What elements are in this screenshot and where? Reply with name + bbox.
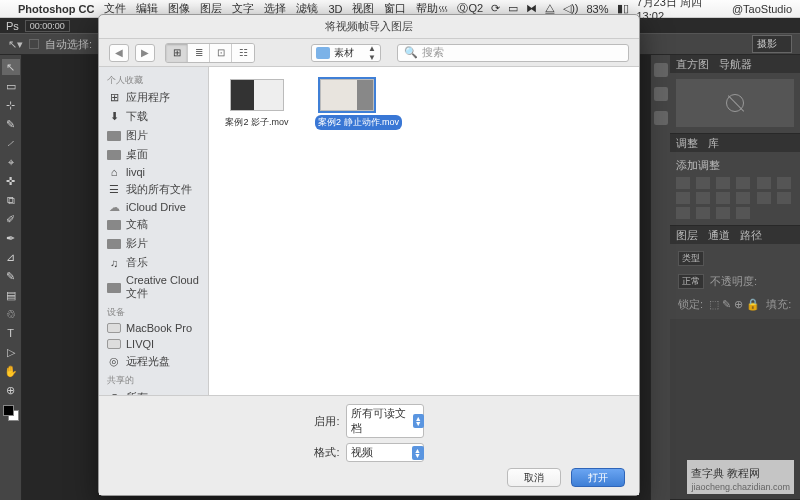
adj-icon[interactable] <box>696 207 710 219</box>
search-input[interactable]: 🔍搜索 <box>397 44 629 62</box>
opacity-label: 不透明度: <box>710 274 757 289</box>
dialog-toolbar: ◀ ▶ ⊞ ≣ ⊡ ☷ 素材 ▲▼ 🔍搜索 <box>99 39 639 67</box>
tab-channels[interactable]: 通道 <box>708 228 730 243</box>
auto-select-check[interactable] <box>29 39 39 49</box>
adj-icon[interactable] <box>777 192 791 204</box>
path-tool[interactable]: ▷ <box>2 344 20 360</box>
file-thumbnail <box>320 79 374 111</box>
sidebar-item[interactable]: ⊞应用程序 <box>99 88 208 107</box>
adj-icon[interactable] <box>777 177 791 189</box>
adj-icon[interactable] <box>716 207 730 219</box>
back-button[interactable]: ◀ <box>109 44 129 62</box>
sidebar-item[interactable]: 桌面 <box>99 145 208 164</box>
app-name[interactable]: Photoshop CC <box>18 3 94 15</box>
search-icon: 🔍 <box>404 46 418 59</box>
adj-icon[interactable] <box>736 207 750 219</box>
eyedrop-tool[interactable]: ⌖ <box>2 154 20 170</box>
adj-icon[interactable] <box>716 177 730 189</box>
timer: 00:00:00 <box>25 20 70 32</box>
panel-strip-icon[interactable] <box>654 87 668 101</box>
zoom-tool[interactable]: ⊕ <box>2 382 20 398</box>
gradient-tool[interactable]: ✎ <box>2 268 20 284</box>
panel-strip-icon[interactable] <box>654 111 668 125</box>
folder-icon <box>107 283 121 293</box>
workspace-dropdown[interactable]: 摄影 <box>752 35 792 53</box>
clock[interactable]: 7月23日 周四 13:02 <box>637 0 724 22</box>
adj-icon[interactable] <box>757 192 771 204</box>
format-dropdown[interactable]: 视频▲▼ <box>346 443 424 462</box>
adj-icon[interactable] <box>736 192 750 204</box>
sidebar-item[interactable]: ◎远程光盘 <box>99 352 208 371</box>
navigator-panel: 直方图导航器 <box>670 55 800 134</box>
menu-3d[interactable]: 3D <box>328 3 342 15</box>
marquee-tool[interactable]: ▭ <box>2 78 20 94</box>
location-dropdown[interactable]: 素材 ▲▼ <box>311 44 381 62</box>
watermark: 查字典 教程网 jiaocheng.chazidian.com <box>687 460 794 494</box>
adj-icon[interactable] <box>696 177 710 189</box>
chevron-updown-icon: ▲▼ <box>412 446 424 460</box>
tab-navigator[interactable]: 导航器 <box>719 57 752 72</box>
file-item-selected[interactable]: 案例2 静止动作.mov <box>315 79 379 130</box>
dodge-tool[interactable]: ♲ <box>2 306 20 322</box>
ps-logo-icon: Ps <box>6 20 19 32</box>
brush-tool[interactable]: ⧉ <box>2 192 20 208</box>
input-icon[interactable]: ᯾ <box>438 3 449 15</box>
layer-kind-dropdown[interactable]: 类型 <box>678 251 704 266</box>
adj-icon[interactable] <box>716 192 730 204</box>
heal-tool[interactable]: ✜ <box>2 173 20 189</box>
adj-icon[interactable] <box>676 207 690 219</box>
file-grid[interactable]: 案例2 影子.mov 案例2 静止动作.mov <box>209 67 639 395</box>
layers-panel: 图层通道路径 类型 正常不透明度: 锁定:⬚ ✎ ⊕ 🔒填充: <box>670 226 800 500</box>
blur-tool[interactable]: ▤ <box>2 287 20 303</box>
sidebar-item[interactable]: Creative Cloud 文件 <box>99 272 208 303</box>
file-thumbnail <box>230 79 284 111</box>
layer-blend-dropdown[interactable]: 正常 <box>678 274 704 289</box>
dialog-footer: 启用: 所有可读文档▲▼ 格式: 视频▲▼ 取消 打开 <box>99 395 639 495</box>
adj-icon[interactable] <box>676 177 690 189</box>
stamp-tool[interactable]: ✐ <box>2 211 20 227</box>
file-item[interactable]: 案例2 影子.mov <box>225 79 289 130</box>
forward-button[interactable]: ▶ <box>135 44 155 62</box>
sidebar-item[interactable]: 图片 <box>99 126 208 145</box>
sidebar-item[interactable]: 文稿 <box>99 215 208 234</box>
sidebar-item[interactable]: LIVQI <box>99 336 208 352</box>
sidebar-item[interactable]: MacBook Pro <box>99 320 208 336</box>
adj-icon[interactable] <box>676 192 690 204</box>
tab-paths[interactable]: 路径 <box>740 228 762 243</box>
wand-tool[interactable]: ✎ <box>2 116 20 132</box>
sidebar-item[interactable]: ☰我的所有文件 <box>99 180 208 199</box>
view-list-button[interactable]: ≣ <box>188 44 210 62</box>
move-tool[interactable]: ↖ <box>2 59 20 75</box>
batt-pct[interactable]: 83% <box>586 3 608 15</box>
view-icon-button[interactable]: ⊞ <box>166 44 188 62</box>
sidebar-item[interactable]: ⊕所有… <box>99 388 208 395</box>
history-tool[interactable]: ✒ <box>2 230 20 246</box>
hand-tool[interactable]: ✋ <box>2 363 20 379</box>
tab-layers[interactable]: 图层 <box>676 228 698 243</box>
sidebar-item[interactable]: ☁iCloud Drive <box>99 199 208 215</box>
open-button[interactable]: 打开 <box>571 468 625 487</box>
enable-dropdown[interactable]: 所有可读文档▲▼ <box>346 404 424 438</box>
adj-icon[interactable] <box>757 177 771 189</box>
eraser-tool[interactable]: ⊿ <box>2 249 20 265</box>
sidebar-item[interactable]: ⌂livqi <box>99 164 208 180</box>
crop-tool[interactable]: ⟋ <box>2 135 20 151</box>
file-name: 案例2 静止动作.mov <box>315 115 402 130</box>
adj-icon[interactable] <box>696 192 710 204</box>
panel-strip <box>650 55 670 500</box>
cancel-button[interactable]: 取消 <box>507 468 561 487</box>
tab-histogram[interactable]: 直方图 <box>676 57 709 72</box>
view-column-button[interactable]: ⊡ <box>210 44 232 62</box>
lasso-tool[interactable]: ⊹ <box>2 97 20 113</box>
color-swatch[interactable] <box>3 405 19 421</box>
tab-library[interactable]: 库 <box>708 136 719 151</box>
panel-strip-icon[interactable] <box>654 63 668 77</box>
type-tool[interactable]: T <box>2 325 20 341</box>
adj-icon[interactable] <box>736 177 750 189</box>
sidebar-item[interactable]: 影片 <box>99 234 208 253</box>
tab-adjustments[interactable]: 调整 <box>676 136 698 151</box>
sidebar-item[interactable]: ⬇下载 <box>99 107 208 126</box>
user[interactable]: @TaoStudio <box>732 3 792 15</box>
view-cover-button[interactable]: ☷ <box>232 44 254 62</box>
sidebar-item[interactable]: ♫音乐 <box>99 253 208 272</box>
